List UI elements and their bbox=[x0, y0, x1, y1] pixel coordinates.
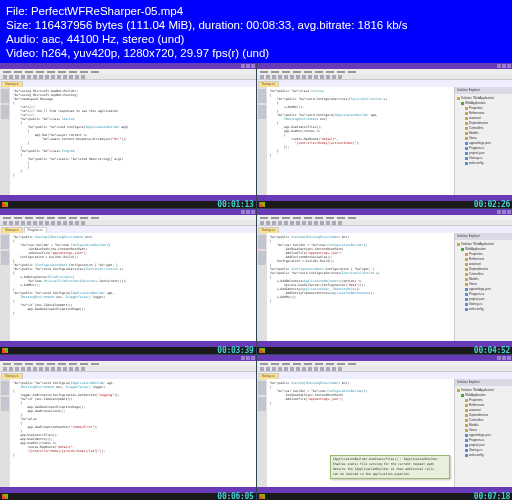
toolbar-button[interactable] bbox=[9, 367, 13, 371]
code-editor[interactable]: "kw">public Startup(IHostingEnvironment … bbox=[267, 233, 455, 341]
toolbar-button[interactable] bbox=[290, 75, 294, 79]
toolbar-button[interactable] bbox=[3, 75, 7, 79]
toolbar-button[interactable] bbox=[27, 75, 31, 79]
solution-tree[interactable]: Solution 'WebApplication'WebApplicationP… bbox=[455, 386, 512, 487]
toolbar-button[interactable] bbox=[260, 75, 264, 79]
toolbar-button[interactable] bbox=[320, 75, 324, 79]
toolbar-button[interactable] bbox=[81, 75, 85, 79]
toolbar-button[interactable] bbox=[266, 221, 270, 225]
solution-tree[interactable]: Solution 'WebApplication'WebApplicationP… bbox=[455, 240, 512, 341]
close-button[interactable] bbox=[507, 210, 511, 214]
toolbar-button[interactable] bbox=[272, 367, 276, 371]
toolbar-button[interactable] bbox=[33, 367, 37, 371]
editor-tabs[interactable]: Startup.cs bbox=[257, 226, 513, 233]
solution-tree[interactable]: Solution 'WebApplication'WebApplicationP… bbox=[455, 94, 512, 195]
toolbar-button[interactable] bbox=[57, 75, 61, 79]
toolbar-button[interactable] bbox=[21, 221, 25, 225]
maximize-button[interactable] bbox=[246, 210, 250, 214]
toolbar-button[interactable] bbox=[278, 75, 282, 79]
start-button[interactable] bbox=[259, 348, 265, 353]
toolbar-button[interactable] bbox=[69, 367, 73, 371]
toolbar-button[interactable] bbox=[272, 75, 276, 79]
toolbar-button[interactable] bbox=[33, 221, 37, 225]
toolbar-button[interactable] bbox=[302, 367, 306, 371]
toolbar-button[interactable] bbox=[51, 367, 55, 371]
code-editor[interactable]: "kw">using Microsoft.AspNet.Builder;"kw"… bbox=[10, 87, 256, 195]
toolbar-button[interactable] bbox=[314, 367, 318, 371]
left-toolbox[interactable] bbox=[257, 379, 267, 487]
toolbar-button[interactable] bbox=[332, 367, 336, 371]
maximize-button[interactable] bbox=[246, 64, 250, 68]
code-editor[interactable]: "kw">public Startup(IHostingEnvironment … bbox=[267, 379, 455, 487]
minimize-button[interactable] bbox=[497, 64, 501, 68]
toolbar-button[interactable] bbox=[81, 367, 85, 371]
toolbar-button[interactable] bbox=[27, 221, 31, 225]
editor-tabs[interactable]: Startup.cs bbox=[257, 372, 513, 379]
os-taskbar[interactable]: 00:02:26 bbox=[257, 201, 513, 208]
toolbar-button[interactable] bbox=[3, 221, 7, 225]
toolbar-button[interactable] bbox=[272, 221, 276, 225]
toolbar-button[interactable] bbox=[338, 367, 342, 371]
editor-tabs[interactable]: Startup.cs bbox=[0, 372, 256, 379]
start-button[interactable] bbox=[2, 348, 8, 353]
toolbar-button[interactable] bbox=[57, 367, 61, 371]
toolbar-button[interactable] bbox=[75, 367, 79, 371]
toolbar-button[interactable] bbox=[39, 367, 43, 371]
toolbar-button[interactable] bbox=[69, 75, 73, 79]
toolbar-button[interactable] bbox=[338, 75, 342, 79]
solution-explorer[interactable]: Solution Explorer Solution 'WebApplicati… bbox=[454, 233, 512, 341]
minimize-button[interactable] bbox=[241, 356, 245, 360]
toolbar-button[interactable] bbox=[296, 75, 300, 79]
left-toolbox[interactable] bbox=[0, 233, 10, 341]
toolbar-button[interactable] bbox=[326, 221, 330, 225]
toolbar-button[interactable] bbox=[284, 367, 288, 371]
os-taskbar[interactable]: 00:07:18 bbox=[257, 493, 513, 500]
toolbar-button[interactable] bbox=[21, 75, 25, 79]
maximize-button[interactable] bbox=[246, 356, 250, 360]
toolbar-button[interactable] bbox=[15, 367, 19, 371]
code-editor[interactable]: "kw">public Startup(IHostingEnvironment … bbox=[10, 233, 256, 341]
toolbar-button[interactable] bbox=[15, 75, 19, 79]
solution-explorer[interactable]: Solution Explorer Solution 'WebApplicati… bbox=[454, 87, 512, 195]
toolbar-button[interactable] bbox=[57, 221, 61, 225]
toolbar-button[interactable] bbox=[302, 221, 306, 225]
toolbar-button[interactable] bbox=[284, 221, 288, 225]
toolbar-button[interactable] bbox=[33, 75, 37, 79]
editor-tabs[interactable]: Startup.cs bbox=[0, 80, 256, 87]
left-toolbox[interactable] bbox=[0, 379, 10, 487]
toolbar-button[interactable] bbox=[308, 367, 312, 371]
toolbar-button[interactable] bbox=[260, 221, 264, 225]
toolbar-button[interactable] bbox=[278, 221, 282, 225]
toolbar-button[interactable] bbox=[320, 221, 324, 225]
toolbar-button[interactable] bbox=[9, 221, 13, 225]
close-button[interactable] bbox=[507, 356, 511, 360]
start-button[interactable] bbox=[2, 494, 8, 499]
toolbar-button[interactable] bbox=[278, 367, 282, 371]
close-button[interactable] bbox=[251, 64, 255, 68]
close-button[interactable] bbox=[251, 210, 255, 214]
toolbar-button[interactable] bbox=[338, 221, 342, 225]
toolbar-button[interactable] bbox=[296, 367, 300, 371]
toolbar-button[interactable] bbox=[45, 367, 49, 371]
maximize-button[interactable] bbox=[502, 64, 506, 68]
toolbar-button[interactable] bbox=[296, 221, 300, 225]
left-toolbox[interactable] bbox=[0, 87, 10, 195]
toolbar-button[interactable] bbox=[332, 221, 336, 225]
toolbar-button[interactable] bbox=[15, 221, 19, 225]
toolbar-button[interactable] bbox=[302, 75, 306, 79]
toolbar-button[interactable] bbox=[320, 367, 324, 371]
toolbar-button[interactable] bbox=[3, 367, 7, 371]
toolbar-button[interactable] bbox=[266, 367, 270, 371]
code-editor[interactable]: "kw">public "kw">void Configure(IApplica… bbox=[10, 379, 256, 487]
toolbar-button[interactable] bbox=[290, 367, 294, 371]
start-button[interactable] bbox=[259, 202, 265, 207]
toolbar-button[interactable] bbox=[39, 221, 43, 225]
left-toolbox[interactable] bbox=[257, 233, 267, 341]
toolbar-button[interactable] bbox=[21, 367, 25, 371]
toolbar-button[interactable] bbox=[39, 75, 43, 79]
maximize-button[interactable] bbox=[502, 356, 506, 360]
maximize-button[interactable] bbox=[502, 210, 506, 214]
toolbar-button[interactable] bbox=[308, 221, 312, 225]
toolbar-button[interactable] bbox=[69, 221, 73, 225]
toolbar-button[interactable] bbox=[27, 367, 31, 371]
